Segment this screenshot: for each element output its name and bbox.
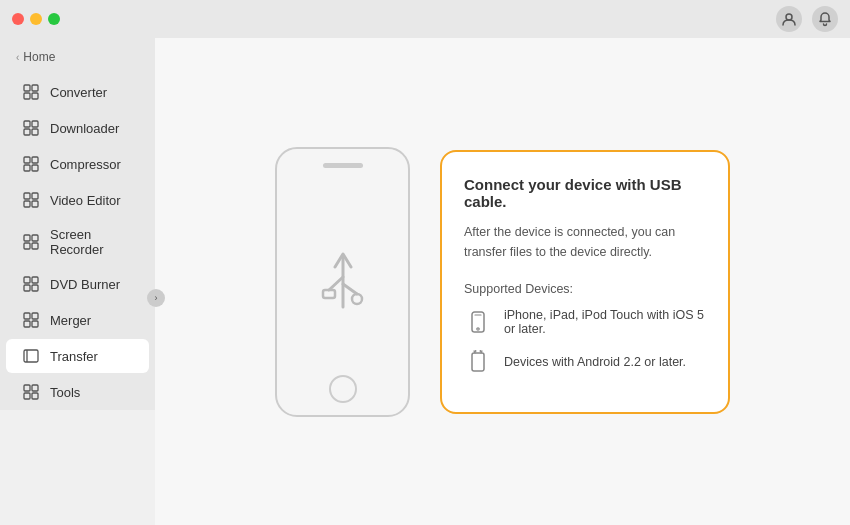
close-button[interactable]	[12, 13, 24, 25]
phone-home-button	[329, 375, 357, 403]
svg-rect-10	[32, 157, 38, 163]
compressor-label: Compressor	[50, 157, 121, 172]
info-title: Connect your device with USB cable.	[464, 176, 706, 210]
sidebar-item-screen-recorder[interactable]: Screen Recorder	[6, 219, 149, 265]
traffic-lights	[12, 13, 60, 25]
apple-device-row: iPhone, iPad, iPod Touch with iOS 5 or l…	[464, 308, 706, 336]
compressor-icon	[22, 155, 40, 173]
svg-line-38	[343, 284, 357, 294]
collapse-sidebar-button[interactable]: ›	[147, 289, 165, 307]
svg-rect-11	[24, 165, 30, 171]
dvd-burner-label: DVD Burner	[50, 277, 120, 292]
sidebar-item-dvd-burner[interactable]: DVD Burner	[6, 267, 149, 301]
video-editor-icon	[22, 191, 40, 209]
downloader-label: Downloader	[50, 121, 119, 136]
sidebar-wrapper: ‹ Home Converter	[0, 38, 155, 525]
home-label: Home	[23, 50, 55, 64]
svg-rect-2	[32, 85, 38, 91]
svg-rect-24	[32, 285, 38, 291]
svg-rect-7	[24, 129, 30, 135]
screen-recorder-icon	[22, 233, 40, 251]
transfer-label: Transfer	[50, 349, 98, 364]
svg-rect-37	[323, 290, 335, 298]
video-editor-label: Video Editor	[50, 193, 121, 208]
svg-rect-32	[32, 385, 38, 391]
supported-devices-label: Supported Devices:	[464, 282, 706, 296]
svg-point-46	[475, 350, 477, 352]
user-icon[interactable]	[776, 6, 802, 32]
apple-device-icon	[464, 308, 492, 336]
sidebar-item-transfer[interactable]: Transfer	[6, 339, 149, 373]
phone-speaker	[323, 163, 363, 168]
tools-label: Tools	[50, 385, 80, 400]
titlebar-icons	[776, 6, 838, 32]
svg-rect-3	[24, 93, 30, 99]
svg-rect-43	[472, 353, 484, 371]
sidebar-home[interactable]: ‹ Home	[0, 42, 155, 74]
svg-rect-18	[32, 235, 38, 241]
transfer-icon	[22, 347, 40, 365]
svg-rect-29	[24, 350, 38, 362]
sidebar-item-converter[interactable]: Converter	[6, 75, 149, 109]
svg-point-42	[477, 327, 479, 329]
android-device-icon	[464, 348, 492, 376]
svg-rect-12	[32, 165, 38, 171]
minimize-button[interactable]	[30, 13, 42, 25]
svg-rect-14	[32, 193, 38, 199]
svg-rect-20	[32, 243, 38, 249]
svg-line-36	[329, 277, 343, 290]
svg-rect-9	[24, 157, 30, 163]
usb-symbol	[313, 242, 373, 322]
svg-rect-33	[24, 393, 30, 399]
svg-rect-5	[24, 121, 30, 127]
main-content: Connect your device with USB cable. Afte…	[155, 38, 850, 525]
svg-rect-34	[32, 393, 38, 399]
merger-label: Merger	[50, 313, 91, 328]
notification-icon[interactable]	[812, 6, 838, 32]
screen-recorder-label: Screen Recorder	[50, 227, 137, 257]
svg-rect-4	[32, 93, 38, 99]
phone-illustration	[275, 147, 410, 417]
svg-rect-21	[24, 277, 30, 283]
apple-device-text: iPhone, iPad, iPod Touch with iOS 5 or l…	[504, 308, 706, 336]
titlebar	[0, 0, 850, 38]
android-device-row: Devices with Android 2.2 or later.	[464, 348, 706, 376]
svg-rect-31	[24, 385, 30, 391]
svg-rect-25	[24, 313, 30, 319]
merger-icon	[22, 311, 40, 329]
svg-rect-15	[24, 201, 30, 207]
sidebar-item-compressor[interactable]: Compressor	[6, 147, 149, 181]
sidebar: ‹ Home Converter	[0, 38, 155, 410]
app-body: ‹ Home Converter	[0, 38, 850, 525]
info-panel: Connect your device with USB cable. Afte…	[440, 150, 730, 414]
transfer-container: Connect your device with USB cable. Afte…	[275, 147, 730, 417]
svg-rect-23	[24, 285, 30, 291]
svg-rect-1	[24, 85, 30, 91]
converter-label: Converter	[50, 85, 107, 100]
sidebar-item-downloader[interactable]: Downloader	[6, 111, 149, 145]
sidebar-item-video-editor[interactable]: Video Editor	[6, 183, 149, 217]
sidebar-item-merger[interactable]: Merger	[6, 303, 149, 337]
svg-rect-17	[24, 235, 30, 241]
svg-rect-27	[24, 321, 30, 327]
android-device-text: Devices with Android 2.2 or later.	[504, 355, 686, 369]
svg-rect-6	[32, 121, 38, 127]
sidebar-item-tools[interactable]: Tools	[6, 375, 149, 409]
downloader-icon	[22, 119, 40, 137]
svg-point-47	[480, 350, 482, 352]
svg-rect-16	[32, 201, 38, 207]
chevron-icon: ‹	[16, 52, 19, 63]
svg-rect-8	[32, 129, 38, 135]
tools-icon	[22, 383, 40, 401]
svg-rect-22	[32, 277, 38, 283]
maximize-button[interactable]	[48, 13, 60, 25]
converter-icon	[22, 83, 40, 101]
dvd-burner-icon	[22, 275, 40, 293]
svg-rect-26	[32, 313, 38, 319]
svg-rect-19	[24, 243, 30, 249]
info-description: After the device is connected, you can t…	[464, 222, 706, 262]
svg-point-0	[786, 14, 792, 20]
svg-rect-13	[24, 193, 30, 199]
svg-rect-28	[32, 321, 38, 327]
